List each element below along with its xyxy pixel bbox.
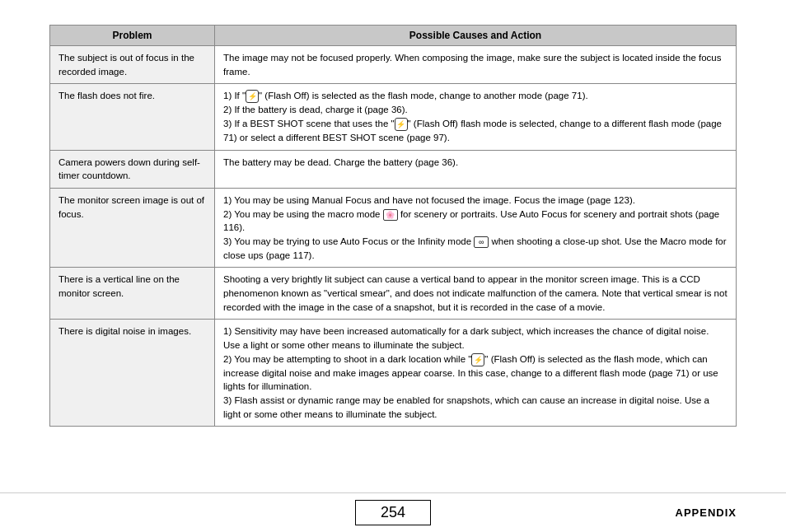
infinity-icon: ∞ bbox=[474, 236, 489, 248]
flash-off-icon: ⚡ bbox=[246, 90, 259, 103]
solution-cell: The battery may be dead. Charge the batt… bbox=[215, 150, 737, 188]
col-solution-header: Possible Causes and Action bbox=[215, 26, 737, 46]
page-number: 254 bbox=[355, 500, 431, 525]
page-container: Problem Possible Causes and Action The s… bbox=[0, 0, 786, 532]
appendix-label: APPENDIX bbox=[676, 506, 737, 519]
solution-cell: 1) You may be using Manual Focus and hav… bbox=[215, 188, 737, 267]
page-footer: 254 APPENDIX bbox=[0, 492, 786, 532]
table-row: The subject is out of focus in the recor… bbox=[50, 46, 737, 84]
problem-cell: The subject is out of focus in the recor… bbox=[50, 46, 215, 84]
col-problem-header: Problem bbox=[50, 26, 215, 46]
table-row: The flash does not fire. 1) If "⚡" (Flas… bbox=[50, 84, 737, 150]
macro-icon: 🌸 bbox=[383, 209, 398, 221]
solution-cell: Shooting a very brightly lit subject can… bbox=[215, 268, 737, 320]
main-content: Problem Possible Causes and Action The s… bbox=[0, 0, 786, 484]
footer-right: APPENDIX bbox=[508, 506, 737, 519]
footer-center: 254 bbox=[278, 500, 508, 525]
solution-cell: The image may not be focused properly. W… bbox=[215, 46, 737, 84]
table-row: The monitor screen image is out of focus… bbox=[50, 188, 737, 267]
problem-cell: Camera powers down during self-timer cou… bbox=[50, 150, 215, 188]
problem-cell: There is digital noise in images. bbox=[50, 320, 215, 427]
problem-cell: There is a vertical line on the monitor … bbox=[50, 268, 215, 320]
problem-cell: The flash does not fire. bbox=[50, 84, 215, 150]
solution-cell: 1) Sensitivity may have been increased a… bbox=[215, 320, 737, 427]
problem-cell: The monitor screen image is out of focus… bbox=[50, 188, 215, 267]
table-row: There is a vertical line on the monitor … bbox=[50, 268, 737, 320]
flash-off-icon2: ⚡ bbox=[395, 118, 408, 131]
table-row: There is digital noise in images. 1) Sen… bbox=[50, 320, 737, 427]
flash-off-icon3: ⚡ bbox=[471, 353, 484, 366]
table-row: Camera powers down during self-timer cou… bbox=[50, 150, 737, 188]
troubleshoot-table: Problem Possible Causes and Action The s… bbox=[49, 25, 737, 427]
solution-cell: 1) If "⚡" (Flash Off) is selected as the… bbox=[215, 84, 737, 150]
